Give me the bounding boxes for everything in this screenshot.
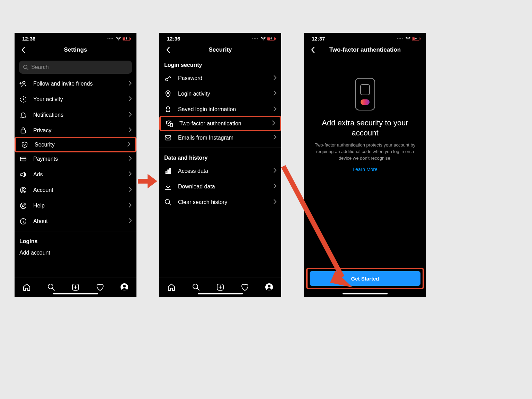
two-factor-description: Two-factor authentication protects your … (310, 142, 420, 162)
row-security[interactable]: Security (15, 137, 136, 152)
cta-highlight: Get Started (306, 268, 424, 289)
svg-rect-44 (413, 37, 415, 40)
svg-line-17 (52, 288, 54, 290)
battery-charging-icon (123, 37, 131, 41)
tab-home[interactable] (167, 283, 176, 292)
chevron-right-icon (129, 187, 132, 193)
home-icon (23, 283, 31, 291)
tab-create[interactable] (71, 283, 80, 292)
clock-icon (19, 96, 27, 103)
header: Settings (15, 43, 136, 57)
row-password[interactable]: Password (159, 70, 281, 86)
wifi-icon (405, 37, 411, 41)
chevron-right-icon (274, 135, 276, 141)
row-ads[interactable]: Ads (15, 167, 136, 182)
pin-icon (164, 90, 172, 98)
row-account[interactable]: Account (15, 182, 136, 198)
plus-square-icon (71, 283, 80, 291)
search-icon (192, 283, 200, 291)
phone-two-factor: 12:37 •••• Two-factor authentication Add… (304, 33, 426, 297)
tab-home[interactable] (22, 283, 31, 292)
chevron-right-icon (127, 142, 130, 148)
row-login-activity[interactable]: Login activity (159, 86, 281, 101)
row-payments[interactable]: Payments (15, 151, 136, 167)
status-bar: 12:36 •••• (15, 33, 136, 43)
row-label: Clear search history (178, 199, 267, 205)
status-icons: •••• (397, 37, 420, 41)
row-add-account[interactable]: Add account (15, 247, 136, 259)
settings-list: Follow and invite friends Your activity … (15, 76, 136, 277)
status-icons: •••• (107, 37, 131, 41)
megaphone-icon (19, 171, 27, 178)
tab-search[interactable] (192, 283, 201, 292)
section-login-security: Login security (159, 57, 281, 70)
status-time: 12:36 (22, 36, 35, 42)
svg-point-42 (268, 285, 271, 287)
get-started-button[interactable]: Get Started (310, 271, 420, 286)
svg-rect-24 (268, 37, 270, 40)
svg-point-4 (23, 81, 25, 83)
row-two-factor[interactable]: Two-factor authentication (159, 116, 281, 131)
svg-rect-30 (166, 171, 167, 174)
search-icon (23, 65, 28, 70)
security-list: Login security Password Login activity S… (159, 57, 281, 277)
svg-rect-1 (123, 37, 125, 40)
tutorial-canvas: 12:36 •••• Settings Search (0, 0, 532, 399)
row-access-data[interactable]: Access data (159, 163, 281, 179)
home-indicator (53, 293, 98, 294)
status-time: 12:36 (167, 36, 180, 42)
row-label: Access data (178, 168, 267, 174)
tab-activity[interactable] (240, 283, 249, 292)
cellular-dots-icon: •••• (397, 37, 403, 41)
learn-more-link[interactable]: Learn More (353, 167, 378, 172)
phone-row: 12:36 •••• Settings Search (15, 33, 426, 297)
svg-rect-28 (165, 135, 171, 140)
row-clear-search[interactable]: Clear search history (159, 194, 281, 210)
battery-charging-icon (267, 37, 276, 41)
page-title: Two-factor authentication (304, 46, 426, 53)
row-label: Notifications (33, 112, 123, 118)
cellular-dots-icon: •••• (252, 37, 258, 41)
row-saved-login[interactable]: Saved login information (159, 101, 281, 117)
person-add-icon (19, 80, 27, 88)
chevron-right-icon (129, 96, 132, 103)
status-bar: 12:37 •••• (304, 33, 426, 43)
svg-point-10 (22, 188, 24, 190)
search-icon (164, 198, 172, 206)
chevron-right-icon (129, 81, 132, 87)
row-your-activity[interactable]: Your activity (15, 91, 136, 107)
cellular-dots-icon: •••• (107, 37, 114, 41)
row-label: Download data (178, 184, 267, 190)
tab-profile[interactable] (265, 283, 274, 292)
chevron-right-icon (274, 106, 276, 113)
row-emails[interactable]: Emails from Instagram (159, 130, 281, 145)
row-download-data[interactable]: Download data (159, 179, 281, 194)
phone-shield-illustration (355, 78, 375, 110)
tab-activity[interactable] (95, 283, 104, 292)
row-notifications[interactable]: Notifications (15, 107, 136, 123)
row-follow-invite[interactable]: Follow and invite friends (15, 76, 136, 91)
header: Security (159, 43, 281, 57)
phone-settings: 12:36 •••• Settings Search (15, 33, 136, 297)
chevron-right-icon (274, 168, 276, 174)
tab-create[interactable] (216, 283, 225, 292)
svg-rect-31 (168, 170, 169, 174)
wifi-icon (116, 37, 121, 41)
tab-search[interactable] (47, 283, 56, 292)
tab-profile[interactable] (120, 283, 129, 292)
svg-line-35 (169, 203, 171, 205)
row-privacy[interactable]: Privacy (15, 123, 136, 138)
phone-security: 12:36 •••• Security Login security Passw… (159, 33, 281, 297)
status-time: 12:37 (312, 36, 325, 42)
row-about[interactable]: About (15, 213, 136, 229)
svg-rect-32 (170, 168, 171, 174)
add-account-link: Add account (19, 250, 132, 256)
home-icon (167, 283, 176, 291)
wifi-icon (260, 37, 266, 41)
svg-point-15 (23, 219, 24, 220)
row-help[interactable]: Help (15, 198, 136, 213)
profile-icon (265, 283, 273, 291)
divider (159, 148, 281, 148)
search-input[interactable]: Search (19, 61, 132, 74)
chevron-right-icon (129, 203, 132, 209)
